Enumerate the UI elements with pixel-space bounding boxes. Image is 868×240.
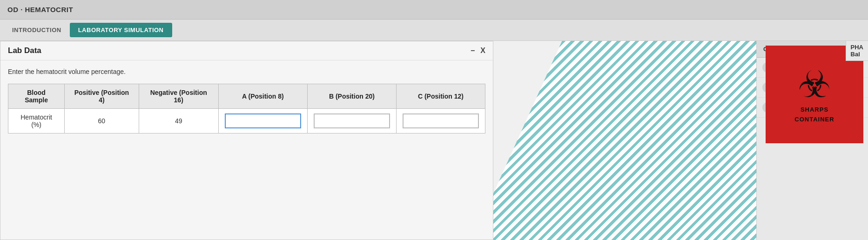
col-header-positive: Positive (Position 4) [65,84,139,109]
col-header-blood-sample: Blood Sample [8,84,65,109]
main-content: Lab Data − X Enter the hematocrit volume… [0,41,868,240]
minimize-button[interactable]: − [471,47,475,55]
cell-positive: 60 [65,109,139,133]
input-b[interactable] [314,113,390,128]
pha-line1: PHA [851,44,863,51]
biohazard-label-line2: CONTAINER [794,116,834,123]
col-header-c: C (Position 12) [396,84,485,109]
input-a[interactable] [225,113,301,128]
col-header-a: A (Position 8) [218,84,307,109]
panel-title: Lab Data [8,46,41,55]
close-button[interactable]: X [480,47,485,55]
panel-controls: − X [471,47,485,55]
top-bar: OD · HEMATOCRIT [0,0,868,20]
panel-header: Lab Data − X [0,41,493,60]
tab-bar: INTRODUCTION LABORATORY SIMULATION [0,20,868,41]
cell-label: Hematocrit (%) [8,109,65,133]
cell-c-input-container [396,109,485,133]
cell-negative: 49 [139,109,218,133]
col-header-negative: Negative (Position 16) [139,84,218,109]
biohazard-icon: ☣ [798,66,831,103]
table-row: Hematocrit (%) 60 49 [8,109,485,133]
pha-line2: Bal [851,51,863,58]
cell-a-input-container [218,109,307,133]
app-title: OD · HEMATOCRIT [7,6,73,13]
tab-laboratory-simulation[interactable]: LABORATORY SIMULATION [70,23,172,37]
pha-label: PHA Bal [846,41,868,61]
col-header-b: B (Position 20) [307,84,396,109]
tab-introduction[interactable]: INTRODUCTION [4,23,70,37]
instruction-text: Enter the hematocrit volume percentage. [8,68,485,75]
table-header-row: Blood Sample Positive (Position 4) Negat… [8,84,485,109]
cell-b-input-container [307,109,396,133]
sim-scene: PHA Bal ☣ SHARPS CONTAINER Cor 1 Pic to … [493,41,868,240]
data-table: Blood Sample Positive (Position 4) Negat… [8,84,485,133]
input-c[interactable] [403,113,479,128]
lab-data-panel: Lab Data − X Enter the hematocrit volume… [0,41,493,240]
biohazard-label-line1: SHARPS [801,106,828,113]
panel-body: Enter the hematocrit volume percentage. … [0,60,493,240]
